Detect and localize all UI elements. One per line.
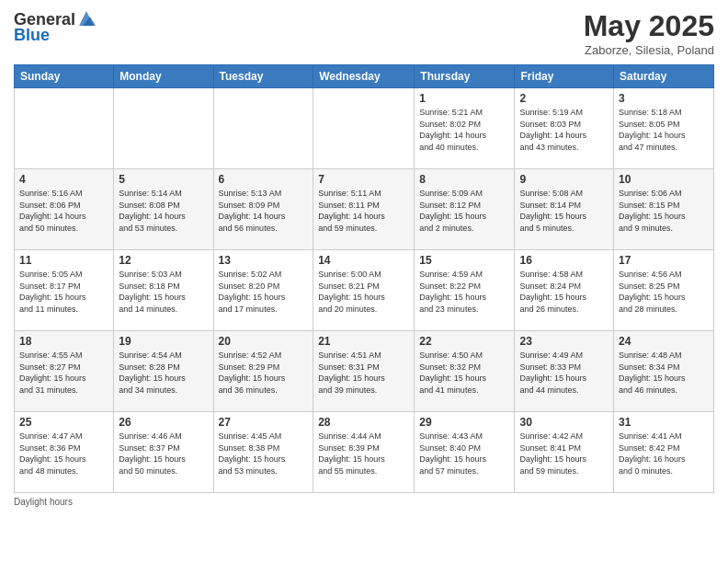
calendar-cell [15,88,114,169]
col-header-friday: Friday [515,65,614,88]
calendar-cell: 17Sunrise: 4:56 AM Sunset: 8:25 PM Dayli… [614,250,714,331]
calendar-cell: 8Sunrise: 5:09 AM Sunset: 8:12 PM Daylig… [415,169,515,250]
day-info: Sunrise: 5:03 AM Sunset: 8:18 PM Dayligh… [119,269,208,315]
day-info: Sunrise: 4:59 AM Sunset: 8:22 PM Dayligh… [419,269,509,315]
calendar-cell: 21Sunrise: 4:51 AM Sunset: 8:31 PM Dayli… [313,331,415,412]
calendar-cell: 15Sunrise: 4:59 AM Sunset: 8:22 PM Dayli… [415,250,515,331]
day-info: Sunrise: 4:48 AM Sunset: 8:34 PM Dayligh… [619,350,709,396]
calendar-cell: 2Sunrise: 5:19 AM Sunset: 8:03 PM Daylig… [515,88,614,169]
col-header-sunday: Sunday [15,65,114,88]
day-number: 9 [519,173,609,186]
calendar-cell: 10Sunrise: 5:06 AM Sunset: 8:15 PM Dayli… [614,169,714,250]
day-info: Sunrise: 5:13 AM Sunset: 8:09 PM Dayligh… [219,188,309,234]
calendar-cell: 6Sunrise: 5:13 AM Sunset: 8:09 PM Daylig… [213,169,313,250]
calendar-cell: 5Sunrise: 5:14 AM Sunset: 8:08 PM Daylig… [114,169,213,250]
calendar-cell: 7Sunrise: 5:11 AM Sunset: 8:11 PM Daylig… [313,169,415,250]
calendar-cell: 25Sunrise: 4:47 AM Sunset: 8:36 PM Dayli… [15,412,114,493]
day-number: 2 [519,92,609,105]
calendar-cell: 19Sunrise: 4:54 AM Sunset: 8:28 PM Dayli… [114,331,213,412]
calendar-week-2: 4Sunrise: 5:16 AM Sunset: 8:06 PM Daylig… [15,169,714,250]
col-header-thursday: Thursday [415,65,515,88]
day-info: Sunrise: 5:08 AM Sunset: 8:14 PM Dayligh… [519,188,609,234]
header: General Blue May 2025 Zaborze, Silesia, … [14,9,714,57]
day-number: 5 [119,173,208,186]
day-number: 11 [19,254,108,267]
day-info: Sunrise: 5:16 AM Sunset: 8:06 PM Dayligh… [19,188,108,234]
day-info: Sunrise: 4:46 AM Sunset: 8:37 PM Dayligh… [119,431,208,477]
day-number: 10 [619,173,709,186]
day-info: Sunrise: 5:21 AM Sunset: 8:02 PM Dayligh… [419,107,509,153]
calendar-cell: 4Sunrise: 5:16 AM Sunset: 8:06 PM Daylig… [15,169,114,250]
day-info: Sunrise: 4:50 AM Sunset: 8:32 PM Dayligh… [419,350,509,396]
calendar-cell: 20Sunrise: 4:52 AM Sunset: 8:29 PM Dayli… [213,331,313,412]
col-header-wednesday: Wednesday [313,65,415,88]
col-header-monday: Monday [114,65,213,88]
col-header-saturday: Saturday [614,65,714,88]
day-info: Sunrise: 4:54 AM Sunset: 8:28 PM Dayligh… [119,350,208,396]
day-info: Sunrise: 5:11 AM Sunset: 8:11 PM Dayligh… [318,188,409,234]
col-header-tuesday: Tuesday [213,65,313,88]
day-number: 8 [419,173,509,186]
calendar-week-3: 11Sunrise: 5:05 AM Sunset: 8:17 PM Dayli… [15,250,714,331]
calendar-table: SundayMondayTuesdayWednesdayThursdayFrid… [14,64,714,493]
day-info: Sunrise: 4:44 AM Sunset: 8:39 PM Dayligh… [318,431,409,477]
title-month: May 2025 [584,9,714,43]
day-number: 7 [318,173,409,186]
day-number: 21 [318,335,409,348]
calendar-cell: 30Sunrise: 4:42 AM Sunset: 8:41 PM Dayli… [515,412,614,493]
calendar-cell: 31Sunrise: 4:41 AM Sunset: 8:42 PM Dayli… [614,412,714,493]
calendar-cell: 22Sunrise: 4:50 AM Sunset: 8:32 PM Dayli… [415,331,515,412]
day-number: 12 [119,254,208,267]
day-info: Sunrise: 5:09 AM Sunset: 8:12 PM Dayligh… [419,188,509,234]
calendar-cell: 16Sunrise: 4:58 AM Sunset: 8:24 PM Dayli… [515,250,614,331]
day-number: 15 [419,254,509,267]
day-info: Sunrise: 4:49 AM Sunset: 8:33 PM Dayligh… [519,350,609,396]
calendar-header-row: SundayMondayTuesdayWednesdayThursdayFrid… [15,65,714,88]
day-number: 31 [619,416,709,429]
day-number: 24 [619,335,709,348]
day-number: 1 [419,92,509,105]
day-info: Sunrise: 4:52 AM Sunset: 8:29 PM Dayligh… [219,350,309,396]
calendar-cell [213,88,313,169]
day-number: 25 [19,416,108,429]
day-info: Sunrise: 5:14 AM Sunset: 8:08 PM Dayligh… [119,188,208,234]
calendar-cell: 18Sunrise: 4:55 AM Sunset: 8:27 PM Dayli… [15,331,114,412]
day-number: 30 [519,416,609,429]
calendar-cell: 29Sunrise: 4:43 AM Sunset: 8:40 PM Dayli… [415,412,515,493]
calendar-cell [313,88,415,169]
day-info: Sunrise: 4:56 AM Sunset: 8:25 PM Dayligh… [619,269,709,315]
title-block: May 2025 Zaborze, Silesia, Poland [584,9,714,57]
day-info: Sunrise: 4:51 AM Sunset: 8:31 PM Dayligh… [318,350,409,396]
day-number: 23 [519,335,609,348]
day-info: Sunrise: 4:47 AM Sunset: 8:36 PM Dayligh… [19,431,108,477]
calendar-cell: 1Sunrise: 5:21 AM Sunset: 8:02 PM Daylig… [415,88,515,169]
calendar-cell: 14Sunrise: 5:00 AM Sunset: 8:21 PM Dayli… [313,250,415,331]
calendar-cell: 23Sunrise: 4:49 AM Sunset: 8:33 PM Dayli… [515,331,614,412]
day-number: 3 [619,92,709,105]
day-info: Sunrise: 4:58 AM Sunset: 8:24 PM Dayligh… [519,269,609,315]
logo: General Blue [14,9,96,45]
calendar-cell: 9Sunrise: 5:08 AM Sunset: 8:14 PM Daylig… [515,169,614,250]
day-info: Sunrise: 5:05 AM Sunset: 8:17 PM Dayligh… [19,269,108,315]
day-number: 16 [519,254,609,267]
day-number: 28 [318,416,409,429]
calendar-cell: 28Sunrise: 4:44 AM Sunset: 8:39 PM Dayli… [313,412,415,493]
calendar-cell: 13Sunrise: 5:02 AM Sunset: 8:20 PM Dayli… [213,250,313,331]
day-info: Sunrise: 5:02 AM Sunset: 8:20 PM Dayligh… [219,269,309,315]
day-info: Sunrise: 5:19 AM Sunset: 8:03 PM Dayligh… [519,107,609,153]
calendar-cell [114,88,213,169]
calendar-week-4: 18Sunrise: 4:55 AM Sunset: 8:27 PM Dayli… [15,331,714,412]
day-info: Sunrise: 5:06 AM Sunset: 8:15 PM Dayligh… [619,188,709,234]
day-number: 20 [219,335,309,348]
calendar-week-5: 25Sunrise: 4:47 AM Sunset: 8:36 PM Dayli… [15,412,714,493]
day-number: 14 [318,254,409,267]
day-info: Sunrise: 5:18 AM Sunset: 8:05 PM Dayligh… [619,107,709,153]
calendar-cell: 24Sunrise: 4:48 AM Sunset: 8:34 PM Dayli… [614,331,714,412]
title-location: Zaborze, Silesia, Poland [584,43,714,57]
logo-icon [77,9,96,29]
calendar-cell: 3Sunrise: 5:18 AM Sunset: 8:05 PM Daylig… [614,88,714,169]
day-number: 19 [119,335,208,348]
day-number: 6 [219,173,309,186]
day-info: Sunrise: 5:00 AM Sunset: 8:21 PM Dayligh… [318,269,409,315]
day-info: Sunrise: 4:43 AM Sunset: 8:40 PM Dayligh… [419,431,509,477]
